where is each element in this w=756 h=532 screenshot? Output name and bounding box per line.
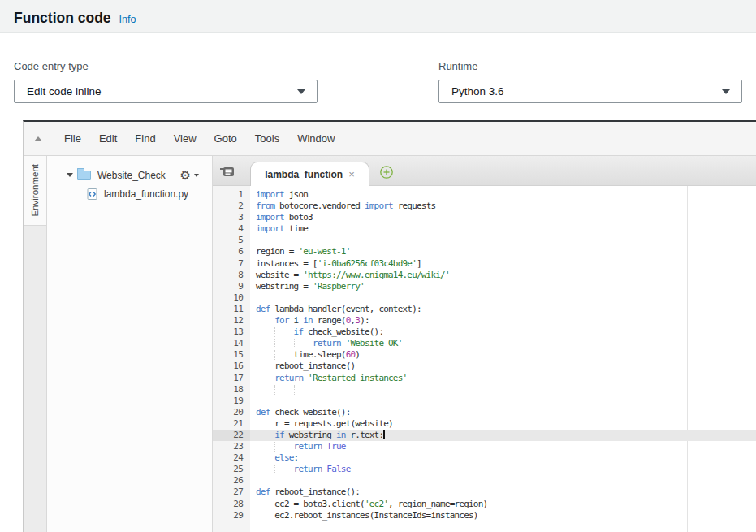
caret-down-icon [297, 89, 305, 94]
line-number: 2 [213, 201, 250, 212]
code-line [213, 292, 756, 304]
code-line: webstring = 'Raspberry' [213, 281, 756, 292]
menu-edit[interactable]: Edit [90, 132, 126, 145]
add-tab-icon[interactable] [379, 165, 394, 179]
code-line [213, 235, 756, 246]
code-line [213, 396, 756, 407]
code-entry-type-label: Code entry type [14, 60, 318, 72]
section-header: Function code Info [0, 0, 756, 33]
code-line: from botocore.vendored import requests [213, 201, 756, 212]
indent-guide [274, 385, 275, 395]
gear-icon: ⚙ [180, 169, 191, 181]
code-line: region = 'eu-west-1' [213, 246, 756, 257]
code-line: def check_website(): [213, 407, 756, 418]
folder-icon [77, 171, 91, 180]
code-line: def reboot_instance(): [213, 487, 756, 498]
tree-folder-row[interactable]: Website_Check ⚙ [47, 166, 212, 184]
code-line: else: [213, 452, 756, 464]
code-editor: FileEditFindViewGotoToolsWindow Environm… [23, 120, 756, 532]
line-number: 25 [213, 464, 250, 475]
tab-list-icon[interactable] [220, 166, 235, 178]
code-entry-type-value: Edit code inline [27, 85, 297, 97]
line-number: 19 [213, 396, 250, 407]
code-line: import json [213, 189, 756, 201]
sidebar-strip: Environment [24, 156, 47, 532]
line-number: 15 [213, 349, 250, 361]
code-line: ec2.reboot_instances(InstanceIds=instanc… [213, 510, 756, 521]
menu-view[interactable]: View [165, 132, 205, 145]
code-line: return 'Website OK' [213, 338, 756, 349]
menu-items: FileEditFindViewGotoToolsWindow [55, 132, 343, 145]
line-number: 28 [213, 499, 250, 510]
editor-menubar: FileEditFindViewGotoToolsWindow [24, 122, 756, 156]
tab-title: lambda_function [265, 169, 343, 180]
tab-bar: lambda_function × [213, 156, 756, 186]
line-number: 6 [213, 246, 250, 257]
info-link[interactable]: Info [119, 14, 136, 25]
caret-down-icon [194, 174, 199, 177]
code-line: if check_website(): [213, 327, 756, 338]
line-number: 3 [213, 212, 250, 223]
code-line: import boto3 [213, 212, 756, 223]
sidebar-tab-environment[interactable]: Environment [24, 156, 46, 226]
runtime-field: Runtime Python 3.6 [438, 60, 742, 103]
code-area[interactable]: 1234567891011121314151617181920212223242… [213, 186, 756, 532]
line-number: 24 [213, 452, 250, 464]
menu-tools[interactable]: Tools [246, 132, 288, 145]
code-entry-type-field: Code entry type Edit code inline [14, 60, 318, 103]
form-row: Code entry type Edit code inline Runtime… [14, 60, 742, 103]
line-number: 10 [213, 292, 250, 304]
code-entry-type-select[interactable]: Edit code inline [14, 80, 318, 103]
line-number: 7 [213, 258, 250, 270]
code-line: return False [213, 464, 756, 475]
code-line [213, 475, 756, 487]
line-number: 11 [213, 304, 250, 315]
indent-guide [274, 327, 275, 337]
menu-find[interactable]: Find [126, 132, 164, 145]
caret-down-icon [722, 89, 730, 94]
menu-goto[interactable]: Goto [205, 132, 246, 145]
file-name: lambda_function.py [104, 188, 188, 200]
code-line: r = requests.get(website) [213, 418, 756, 430]
line-number: 4 [213, 223, 250, 235]
line-number: 8 [213, 270, 250, 281]
indent-guide [274, 350, 275, 360]
runtime-value: Python 3.6 [451, 85, 722, 97]
code-line: reboot_instance() [213, 361, 756, 372]
tree-file-row[interactable]: lambda_function.py [47, 184, 212, 203]
runtime-select[interactable]: Python 3.6 [438, 80, 742, 103]
line-number: 21 [213, 418, 250, 430]
menu-file[interactable]: File [55, 132, 90, 145]
line-number: 18 [213, 384, 250, 396]
code-line: def lambda_handler(event, context): [213, 304, 756, 315]
tree-expand-icon[interactable] [67, 173, 73, 177]
line-number: 13 [213, 327, 250, 338]
code-line: import time [213, 223, 756, 235]
gutter[interactable]: 1234567891011121314151617181920212223242… [213, 186, 250, 532]
code-file-icon [87, 188, 97, 200]
line-number: 14 [213, 338, 250, 349]
line-number: 22 [213, 430, 250, 441]
text-cursor [383, 430, 385, 439]
page-title: Function code [14, 10, 111, 27]
code-lines: import jsonfrom botocore.vendored import… [213, 189, 756, 521]
environment-tab-label: Environment [30, 164, 40, 217]
line-number: 29 [213, 510, 250, 521]
collapse-panel-icon[interactable] [34, 136, 42, 141]
line-number: 5 [213, 235, 250, 246]
runtime-label: Runtime [438, 60, 742, 72]
indent-guide [274, 339, 275, 348]
editor-body: Environment Website_Check ⚙ [24, 156, 756, 532]
code-line: return 'Restarted instances' [213, 373, 756, 384]
close-icon[interactable]: × [348, 169, 355, 179]
line-number: 17 [213, 373, 250, 384]
line-number: 26 [213, 475, 250, 487]
indent-guide [274, 442, 275, 452]
code-line: instances = ['i-0ba6256cf03c4bd9e'] [213, 258, 756, 270]
code-line: website = 'https://www.enigma14.eu/wiki/… [213, 270, 756, 281]
menu-window[interactable]: Window [288, 132, 343, 145]
indent-guide [294, 339, 295, 348]
tab-lambda-function[interactable]: lambda_function × [250, 162, 369, 186]
code-line: if webstring in r.text: [213, 430, 756, 441]
gear-menu-button[interactable]: ⚙ [180, 169, 199, 181]
